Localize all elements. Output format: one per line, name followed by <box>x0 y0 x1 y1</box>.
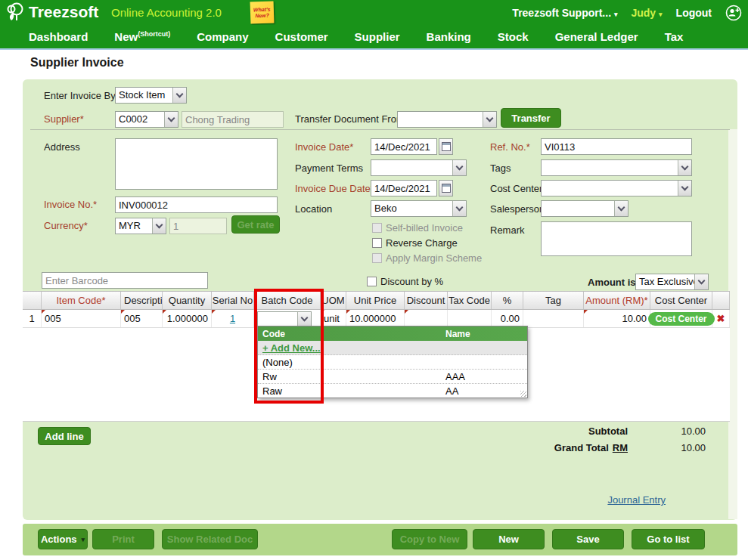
remark-textarea[interactable] <box>541 221 692 256</box>
chevron-down-icon[interactable] <box>694 274 708 289</box>
calendar-icon[interactable] <box>439 180 453 196</box>
percent-cell[interactable]: 0.00 <box>492 310 523 327</box>
amount-cell: 10.00 <box>584 310 650 327</box>
tree-logo-icon <box>5 2 26 23</box>
amount-is-select[interactable]: Tax Exclusive <box>635 274 709 290</box>
chevron-down-icon[interactable] <box>164 112 178 127</box>
payment-terms-select[interactable] <box>371 159 467 176</box>
discount-by-pct-checkbox[interactable] <box>367 277 377 286</box>
address-label: Address <box>44 141 80 153</box>
enter-invoice-by-label: Enter Invoice By <box>44 90 116 101</box>
nav-company[interactable]: Company <box>197 30 248 43</box>
ref-no-field[interactable] <box>541 138 692 155</box>
col-delete <box>712 292 730 309</box>
invoice-no-field[interactable] <box>115 196 278 213</box>
reverse-charge-checkbox[interactable] <box>372 238 382 248</box>
supplier-label: Supplier* <box>44 113 84 125</box>
new-button[interactable]: New <box>473 529 545 549</box>
nav-general-ledger[interactable]: General Ledger <box>555 30 638 43</box>
col-tax-code: Tax Code <box>448 292 492 309</box>
chevron-down-icon[interactable] <box>678 181 691 196</box>
chevron-down-icon[interactable] <box>678 160 691 175</box>
cost-center-select[interactable] <box>541 180 692 196</box>
unit-price-cell[interactable]: 10.000000 <box>346 310 405 327</box>
top-right-menu: Treezsoft Support... ▾ Judy ▾ Logout <box>512 0 742 25</box>
exchange-rate-field <box>169 218 227 234</box>
discount-cell[interactable] <box>405 310 448 327</box>
dropdown-name-header: Name <box>445 329 470 339</box>
enter-invoice-by-select[interactable]: Stock Item <box>115 87 187 104</box>
grand-total-currency-link[interactable]: RM <box>613 442 628 453</box>
nav-stock[interactable]: Stock <box>498 30 529 43</box>
address-textarea[interactable] <box>115 138 278 190</box>
col-tag: Tag <box>523 292 584 309</box>
chevron-down-icon[interactable] <box>152 218 166 234</box>
whats-new-icon[interactable]: What's New? <box>250 1 275 23</box>
chevron-down-icon: ▾ <box>82 536 85 543</box>
location-select[interactable]: Beko <box>371 200 467 217</box>
batch-option-rw[interactable]: Rw AAA <box>258 370 527 384</box>
payment-terms-label: Payment Terms <box>295 162 363 174</box>
nav-dashboard[interactable]: Dashboard <box>29 30 88 43</box>
support-menu[interactable]: Treezsoft Support... ▾ <box>512 7 617 19</box>
support-menu-label: Treezsoft Support... <box>512 7 611 19</box>
nav-banking[interactable]: Banking <box>427 30 471 43</box>
tag-cell[interactable] <box>523 310 584 327</box>
description-cell[interactable]: 005 <box>121 310 163 327</box>
batch-option-none[interactable]: (None) <box>258 355 527 370</box>
nav-customer[interactable]: Customer <box>275 30 328 43</box>
location-label: Location <box>295 203 332 215</box>
user-menu[interactable]: Judy ▾ <box>631 7 662 19</box>
main-nav: Dashboard New(Shortcut) Company Customer… <box>0 25 748 50</box>
currency-select[interactable]: MYR <box>115 218 166 234</box>
nav-new[interactable]: New(Shortcut) <box>114 30 170 43</box>
chevron-down-icon[interactable] <box>452 201 466 216</box>
delete-row-icon[interactable]: ✖ <box>717 313 725 324</box>
transfer-document-select[interactable] <box>397 111 497 128</box>
nav-tax[interactable]: Tax <box>665 30 684 43</box>
barcode-input[interactable] <box>42 272 208 289</box>
go-to-list-button[interactable]: Go to list <box>632 529 705 549</box>
invoice-due-date-field[interactable] <box>371 180 437 196</box>
supplier-select[interactable]: C0002 <box>115 111 178 128</box>
item-code-cell[interactable]: 005 <box>42 310 121 327</box>
chevron-down-icon[interactable] <box>297 312 311 326</box>
cost-center-label: Cost Center <box>490 183 542 194</box>
top-header-bar: Treezsoft Online Accounting 2.0 What's N… <box>0 0 748 25</box>
delete-cell: ✖ <box>712 310 730 327</box>
reverse-charge-checkbox-row: Reverse Charge <box>372 237 458 249</box>
transfer-button[interactable]: Transfer <box>501 108 561 128</box>
batch-option-raw[interactable]: Raw AA <box>258 384 527 398</box>
col-description: Description <box>121 292 163 309</box>
subtotal-value: 10.00 <box>681 425 706 437</box>
batch-add-new-option[interactable]: + Add New... <box>258 341 527 355</box>
chevron-down-icon[interactable] <box>614 201 628 216</box>
save-button[interactable]: Save <box>552 529 624 549</box>
calendar-icon[interactable] <box>439 138 453 155</box>
transfer-document-from-label: Transfer Document From <box>295 113 405 125</box>
chevron-down-icon[interactable] <box>452 160 466 175</box>
actions-button[interactable]: Actions▾ <box>38 529 88 549</box>
logout-link[interactable]: Logout <box>676 7 712 19</box>
batch-code-select[interactable] <box>257 311 312 326</box>
tags-select[interactable] <box>541 159 692 176</box>
brand-logo[interactable]: Treezsoft <box>5 2 98 23</box>
brand-name: Treezsoft <box>29 3 98 21</box>
chevron-down-icon[interactable] <box>172 88 186 103</box>
self-billed-checkbox <box>372 223 382 233</box>
uom-cell[interactable]: unit <box>321 310 346 327</box>
resize-grip-icon[interactable] <box>520 391 526 397</box>
invoice-date-field[interactable] <box>371 138 437 155</box>
chevron-down-icon[interactable] <box>483 112 496 127</box>
apply-margin-checkbox <box>372 253 382 263</box>
serial-no-link[interactable]: 1 <box>230 313 235 324</box>
add-line-button[interactable]: Add line <box>38 427 91 445</box>
add-user-icon[interactable] <box>725 5 742 21</box>
footer-action-bar: Actions▾ Print Show Related Doc Copy to … <box>23 524 737 555</box>
row-cost-center-button[interactable]: Cost Center <box>648 312 715 326</box>
salesperson-select[interactable] <box>541 200 629 217</box>
tax-code-cell[interactable] <box>448 310 492 327</box>
nav-supplier[interactable]: Supplier <box>355 30 400 43</box>
journal-entry-link[interactable]: Journal Entry <box>607 494 666 506</box>
quantity-cell[interactable]: 1.000000 <box>163 310 212 327</box>
